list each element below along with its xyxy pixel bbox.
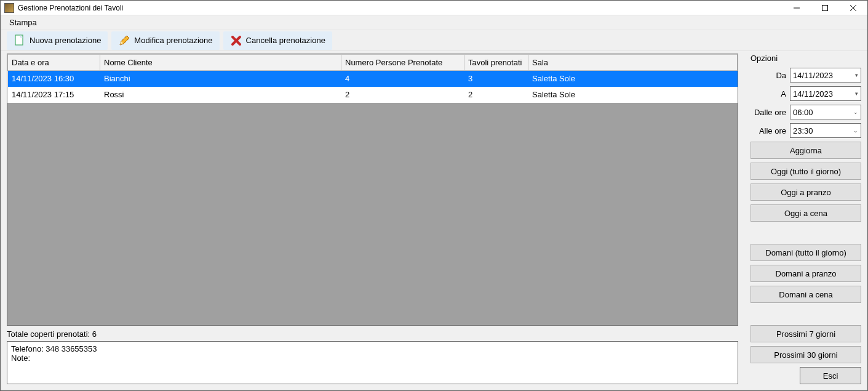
cell-client: Rossi [100,87,341,103]
content-area: Data e ora Nome Cliente Numero Persone P… [1,51,867,390]
tomorrow-dinner-button[interactable]: Domani a cena [751,286,861,303]
document-new-icon [14,34,26,47]
refresh-button[interactable]: Aggiorna [751,142,861,159]
cell-tables: 3 [464,71,528,87]
maximize-button[interactable] [811,1,839,15]
table-row[interactable]: 14/11/2023 17:15Rossi22Saletta Sole [8,87,738,103]
pencil-icon [118,34,130,47]
tomorrow-all-button[interactable]: Domani (tutto il giorno) [751,244,861,261]
from-time-label: Dalle ore [751,108,786,117]
app-icon [4,3,14,13]
chevron-down-icon: ▾ [855,72,858,78]
svg-rect-1 [822,5,828,10]
reservation-detail-box: Telefono: 348 33655353 Note: [7,341,738,384]
next-30-days-button[interactable]: Prossimi 30 giorni [751,346,861,363]
col-room[interactable]: Sala [528,55,738,71]
col-datetime[interactable]: Data e ora [8,55,100,71]
to-time-value: 23:30 [793,126,813,135]
tomorrow-lunch-button[interactable]: Domani a pranzo [751,265,861,282]
chevron-down-icon: ⌄ [853,109,858,115]
today-lunch-button[interactable]: Oggi a pranzo [751,183,861,201]
menubar: Stampa [1,15,867,30]
to-date-picker[interactable]: 14/11/2023 ▾ [790,86,861,101]
app-window: Gestione Prenotazioni dei Tavoli Stampa … [0,0,868,391]
cell-tables: 2 [464,87,528,103]
menu-print[interactable]: Stampa [6,15,41,30]
summary-line: Totale coperti prenotati: 6 [7,329,738,339]
close-button[interactable] [839,1,867,15]
to-time-picker[interactable]: 23:30 ⌄ [790,123,861,138]
today-dinner-button[interactable]: Oggi a cena [751,204,861,222]
edit-reservation-label: Modifica prenotazione [134,36,212,45]
options-header: Opzioni [751,54,861,63]
new-reservation-button[interactable]: Nuova prenotazione [7,31,108,50]
col-people[interactable]: Numero Persone Prenotate [341,55,464,71]
toolbar: Nuova prenotazione Modifica prenotazione… [1,30,867,51]
chevron-down-icon: ▾ [855,91,858,97]
reservation-grid[interactable]: Data e ora Nome Cliente Numero Persone P… [7,54,738,326]
from-date-picker[interactable]: 14/11/2023 ▾ [790,68,861,83]
chevron-down-icon: ⌄ [853,127,858,134]
from-date-value: 14/11/2023 [793,71,833,80]
left-pane: Data e ora Nome Cliente Numero Persone P… [7,54,738,384]
delete-x-icon [230,34,242,47]
cell-room: Saletta Sole [528,71,738,87]
cell-people: 4 [341,71,464,87]
from-date-label: Da [751,71,786,80]
cell-datetime: 14/11/2023 16:30 [8,71,100,87]
titlebar: Gestione Prenotazioni dei Tavoli [1,1,867,15]
window-title: Gestione Prenotazioni dei Tavoli [18,4,782,12]
next-7-days-button[interactable]: Prossimi 7 giorni [751,325,861,342]
edit-reservation-button[interactable]: Modifica prenotazione [111,31,219,50]
today-all-button[interactable]: Oggi (tutto il giorno) [751,163,861,180]
detail-phone: Telefono: 348 33655353 [11,344,734,353]
to-time-label: Alle ore [751,126,786,135]
to-date-label: A [751,89,786,99]
cell-room: Saletta Sole [528,87,738,103]
window-controls [782,1,867,15]
minimize-button[interactable] [782,1,811,15]
detail-notes: Note: [11,353,734,363]
from-time-picker[interactable]: 06:00 ⌄ [790,105,861,119]
col-client[interactable]: Nome Cliente [100,55,341,71]
delete-reservation-button[interactable]: Cancella prenotazione [223,31,332,50]
cell-datetime: 14/11/2023 17:15 [8,87,100,103]
grid-empty-area [7,103,738,326]
from-time-value: 06:00 [793,108,813,117]
delete-reservation-label: Cancella prenotazione [246,36,325,45]
table-row[interactable]: 14/11/2023 16:30Bianchi43Saletta Sole [8,71,738,87]
exit-button[interactable]: Esci [800,367,861,384]
options-pane: Opzioni Da 14/11/2023 ▾ A 14/11/2023 ▾ D… [751,54,861,384]
new-reservation-label: Nuova prenotazione [30,36,101,45]
cell-people: 2 [341,87,464,103]
cell-client: Bianchi [100,71,341,87]
col-tables[interactable]: Tavoli prenotati [464,55,528,71]
to-date-value: 14/11/2023 [793,89,833,99]
